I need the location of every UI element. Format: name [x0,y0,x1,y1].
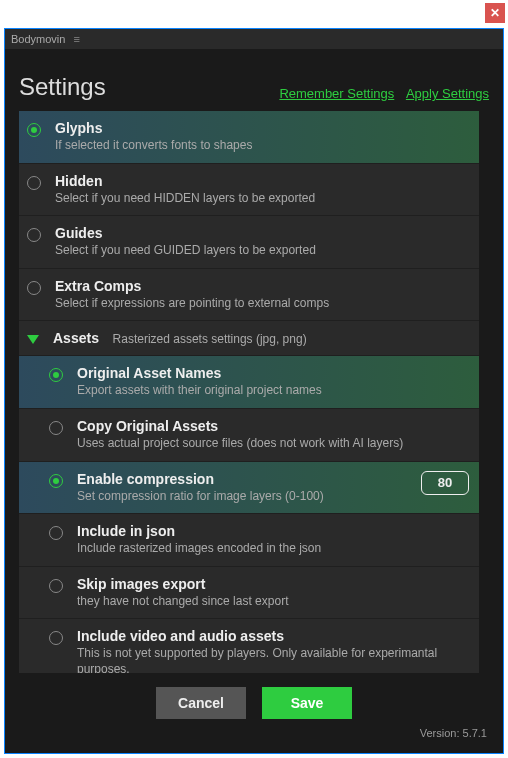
radio-on-icon[interactable] [27,123,41,137]
option-include-json[interactable]: Include in json Include rasterized image… [19,514,479,567]
option-copy-original[interactable]: Copy Original Assets Uses actual project… [19,409,479,462]
radio-on-icon[interactable] [49,368,63,382]
option-label: Skip images export [77,576,469,592]
scrollbar-thumb-bottom[interactable] [480,649,488,673]
option-enable-compression[interactable]: Enable compression Set compression ratio… [19,462,479,515]
radio-off-icon[interactable] [49,631,63,645]
option-label: Glyphs [55,120,469,136]
option-glyphs[interactable]: Glyphs If selected it converts fonts to … [19,111,479,164]
radio-off-icon[interactable] [27,281,41,295]
menu-icon[interactable]: ≡ [73,33,79,45]
option-desc: Select if you need GUIDED layers to be e… [55,243,469,259]
option-desc: Select if expressions are pointing to ex… [55,296,469,312]
option-desc: If selected it converts fonts to shapes [55,138,469,154]
option-desc: Select if you need HIDDEN layers to be e… [55,191,469,207]
version-label: Version: 5.7.1 [19,725,489,743]
radio-off-icon[interactable] [27,176,41,190]
bodymovin-panel: Bodymovin ≡ Settings Remember Settings A… [4,28,504,754]
page-title: Settings [19,73,106,101]
option-label: Guides [55,225,469,241]
option-label: Include in json [77,523,469,539]
remember-settings-link[interactable]: Remember Settings [279,86,394,101]
option-desc: Include rasterized images encoded in the… [77,541,469,557]
apply-settings-link[interactable]: Apply Settings [406,86,489,101]
cancel-button[interactable]: Cancel [156,687,246,719]
expand-down-icon[interactable] [27,335,39,344]
window-close-button[interactable]: ✕ [485,3,505,23]
settings-list: Glyphs If selected it converts fonts to … [19,111,489,673]
scrollbar-thumb-top[interactable] [480,111,488,135]
option-label: Copy Original Assets [77,418,469,434]
group-desc: Rasterized assets settings (jpg, png) [113,332,307,346]
option-label: Hidden [55,173,469,189]
radio-off-icon[interactable] [49,421,63,435]
group-assets[interactable]: Assets Rasterized assets settings (jpg, … [19,321,479,356]
option-desc: This is not yet supported by players. On… [77,646,469,673]
group-label: Assets [53,330,99,346]
option-desc: Set compression ratio for image layers (… [77,489,413,505]
app-title: Bodymovin [11,33,65,45]
save-button[interactable]: Save [262,687,352,719]
radio-off-icon[interactable] [49,526,63,540]
option-include-video-audio[interactable]: Include video and audio assets This is n… [19,619,479,673]
option-desc: Uses actual project source files (does n… [77,436,469,452]
titlebar: Bodymovin ≡ [5,29,503,49]
option-label: Enable compression [77,471,413,487]
option-label: Original Asset Names [77,365,469,381]
option-skip-images[interactable]: Skip images export they have not changed… [19,567,479,620]
scrollbar-track [479,111,489,673]
compression-input[interactable] [421,471,469,495]
option-extra-comps[interactable]: Extra Comps Select if expressions are po… [19,269,479,322]
radio-off-icon[interactable] [27,228,41,242]
option-hidden[interactable]: Hidden Select if you need HIDDEN layers … [19,164,479,217]
option-guides[interactable]: Guides Select if you need GUIDED layers … [19,216,479,269]
option-original-names[interactable]: Original Asset Names Export assets with … [19,356,479,409]
radio-off-icon[interactable] [49,579,63,593]
option-label: Extra Comps [55,278,469,294]
option-desc: they have not changed since last export [77,594,469,610]
option-label: Include video and audio assets [77,628,469,644]
radio-on-icon[interactable] [49,474,63,488]
option-desc: Export assets with their original projec… [77,383,469,399]
